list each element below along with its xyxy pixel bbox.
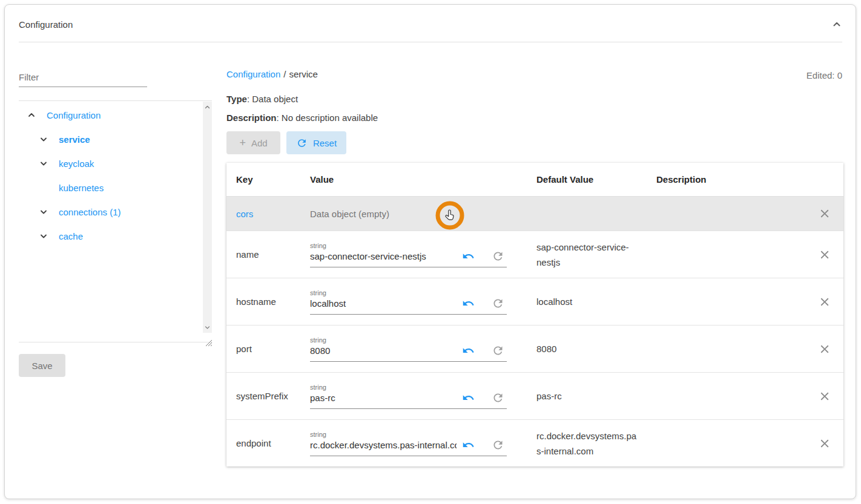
header-description: Description [656, 174, 806, 185]
chevron-down-icon[interactable] [39, 207, 48, 217]
filter-input[interactable] [19, 67, 147, 87]
type-label: Type [226, 94, 247, 104]
table-row-hostname: hostname string localhost [226, 278, 843, 325]
table-row-endpoint: endpoint string rc.docker.devsystems.pas… [226, 419, 843, 466]
undo-icon[interactable] [461, 250, 475, 263]
tree-item-connections-1-[interactable]: connections (1) [19, 200, 212, 224]
value-type-label: string [310, 384, 507, 391]
tree-item-label: kubernetes [59, 183, 104, 193]
table-body: name string sap-connector-service-nestjs [226, 231, 843, 466]
table-row-port: port string 8080 [226, 325, 843, 372]
table-row-systemPrefix: systemPrefix string pas-rc [226, 372, 843, 419]
tree-item-label: connections (1) [59, 207, 121, 217]
delete-row-icon[interactable] [817, 342, 832, 356]
type-value: : Data object [247, 94, 298, 104]
value-form-field: string [310, 289, 507, 315]
breadcrumb-current: service [289, 69, 318, 79]
chevron-down-icon[interactable] [39, 159, 48, 168]
delete-row-icon[interactable] [817, 247, 832, 262]
tree-item-label: service [59, 134, 90, 145]
table-header-row: Key Value Default Value Description [226, 163, 843, 197]
row-default-value: localhost [536, 294, 572, 309]
reset-button[interactable]: Reset [286, 131, 346, 154]
row-default-value: sap-connector-service-nestjs [536, 240, 641, 270]
row-key: name [236, 249, 259, 260]
tree-item-label: keycloak [59, 159, 94, 169]
redo-icon[interactable] [491, 439, 504, 452]
value-input[interactable] [310, 440, 457, 450]
chevron-down-icon[interactable] [39, 231, 48, 241]
value-type-label: string [310, 242, 507, 249]
breadcrumb: Configuration/service [226, 69, 318, 79]
configuration-panel: Configuration Configuration service keyc… [4, 4, 856, 499]
redo-icon[interactable] [491, 391, 504, 405]
header-value: Value [310, 174, 536, 185]
description-line: Description: No description available [226, 113, 378, 123]
row-default-value: 8080 [536, 341, 556, 356]
delete-row-icon[interactable] [817, 436, 832, 451]
tree-item-cache[interactable]: cache [19, 224, 212, 248]
value-type-label: string [310, 336, 507, 344]
tree-items: Configuration service keycloak kubernete… [19, 101, 212, 248]
value-input[interactable] [310, 345, 457, 356]
table-row-cors[interactable]: cors Data object (empty) [226, 197, 843, 231]
undo-icon[interactable] [461, 439, 475, 452]
value-type-label: string [310, 431, 507, 438]
row-key: hostname [236, 296, 276, 307]
header-key: Key [226, 174, 310, 185]
undo-icon[interactable] [461, 297, 475, 310]
scroll-up-icon[interactable] [203, 103, 211, 111]
redo-icon[interactable] [491, 344, 504, 358]
row-default-value: rc.docker.devsystems.pas-internal.com [536, 428, 641, 459]
edited-counter: Edited: 0 [807, 70, 842, 80]
breadcrumb-parent-link[interactable]: Configuration [226, 69, 280, 79]
breadcrumb-separator: / [283, 69, 286, 79]
tree-item-configuration[interactable]: Configuration [19, 103, 212, 127]
collapse-panel-button[interactable] [830, 18, 843, 31]
cors-value: Data object (empty) [310, 209, 536, 219]
tree-item-label: Configuration [47, 110, 101, 120]
configuration-tree: Configuration service keycloak kubernete… [19, 100, 212, 342]
header-divider [19, 42, 842, 42]
tree-item-kubernetes[interactable]: kubernetes [19, 175, 212, 200]
chevron-up-icon[interactable] [27, 110, 36, 120]
undo-icon[interactable] [461, 391, 475, 405]
description-value: : No description available [277, 113, 378, 123]
save-button[interactable]: Save [19, 354, 65, 377]
row-key: port [236, 344, 252, 354]
tree-item-label: cache [59, 231, 83, 241]
tree-scrollbar[interactable] [203, 102, 212, 333]
redo-icon[interactable] [491, 250, 504, 263]
table-row-name: name string sap-connector-service-nestjs [226, 231, 843, 278]
value-input[interactable] [310, 393, 457, 403]
delete-row-icon[interactable] [817, 389, 832, 404]
plus-icon: + [239, 137, 246, 148]
row-default-value: pas-rc [536, 388, 562, 404]
tree-item-service[interactable]: service [19, 127, 212, 151]
delete-row-icon[interactable] [817, 206, 832, 221]
value-type-label: string [310, 289, 507, 296]
value-form-field: string [310, 336, 507, 362]
header-default-value: Default Value [536, 174, 656, 185]
panel-title: Configuration [19, 19, 73, 30]
add-button[interactable]: + Add [226, 131, 280, 154]
description-label: Description [226, 113, 277, 123]
configuration-table: Key Value Default Value Description cors… [226, 163, 843, 466]
tree-item-keycloak[interactable]: keycloak [19, 151, 212, 175]
redo-icon[interactable] [491, 297, 504, 310]
refresh-icon [296, 137, 308, 149]
value-input[interactable] [310, 251, 457, 261]
value-input[interactable] [310, 298, 457, 309]
reset-button-label: Reset [313, 138, 337, 148]
row-key: systemPrefix [236, 391, 288, 401]
chevron-up-icon [831, 19, 842, 30]
delete-row-icon[interactable] [817, 295, 832, 309]
undo-icon[interactable] [461, 344, 475, 358]
value-form-field: string [310, 242, 507, 267]
chevron-down-icon[interactable] [39, 134, 48, 144]
type-line: Type: Data object [226, 94, 298, 104]
scroll-down-icon[interactable] [203, 324, 211, 331]
add-button-label: Add [251, 138, 268, 148]
resize-grip-icon[interactable] [204, 338, 213, 347]
cors-link[interactable]: cors [236, 209, 253, 219]
